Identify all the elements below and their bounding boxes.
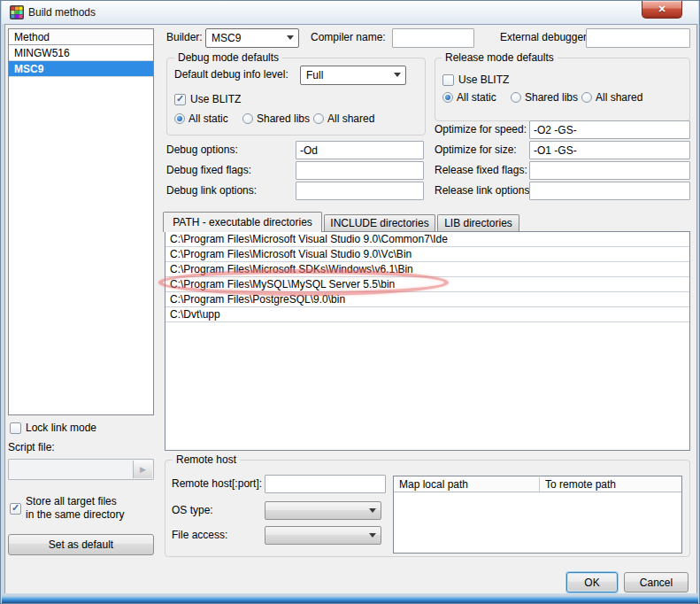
remote-host-group-title: Remote host	[173, 453, 240, 466]
ok-button[interactable]: OK	[566, 572, 618, 592]
debug-info-level-select[interactable]: Full	[300, 66, 406, 85]
script-file-input[interactable]: ▶	[8, 459, 154, 480]
release-group-title: Release mode defaults	[442, 51, 558, 64]
store-target-files-label-line2: in the same directory	[26, 508, 124, 522]
path-row[interactable]: C:\Program Files\Microsoft SDKs\Windows\…	[165, 262, 689, 277]
path-row[interactable]: C:\Program Files\PostgreSQL\9.0\bin	[165, 292, 689, 307]
debug-fixed-flags-label: Debug fixed flags:	[166, 161, 251, 180]
compiler-name-input[interactable]	[392, 28, 474, 48]
release-link-options-input[interactable]	[529, 182, 690, 200]
debug-info-level-label: Default debug info level:	[174, 66, 288, 84]
set-as-default-button[interactable]: Set as default	[8, 534, 154, 555]
release-all-static-radio[interactable]	[442, 92, 453, 103]
optimize-speed-label: Optimize for speed:	[435, 120, 527, 139]
os-type-select[interactable]	[265, 501, 381, 520]
path-row-mysql-highlighted[interactable]: C:\Program Files\MySQL\MySQL Server 5.5\…	[165, 277, 689, 292]
file-access-select[interactable]	[265, 526, 381, 545]
debug-all-shared-label: All shared	[327, 110, 374, 128]
method-item-msc9[interactable]: MSC9	[9, 61, 153, 77]
to-remote-path-header[interactable]: To remote path	[540, 476, 681, 492]
debug-info-level-value: Full	[306, 66, 323, 84]
builder-select[interactable]: MSC9	[205, 28, 299, 48]
window-title: Build methods	[28, 6, 96, 19]
external-debugger-label: External debugger:	[500, 28, 589, 47]
debug-all-shared-radio[interactable]	[313, 113, 324, 124]
map-local-path-header[interactable]: Map local path	[394, 476, 539, 492]
lock-link-mode-checkbox[interactable]	[10, 422, 21, 434]
file-access-label: File access:	[172, 526, 227, 545]
tab-include-directories[interactable]: INCLUDE directories	[324, 214, 435, 232]
browse-arrow-icon: ▶	[140, 465, 146, 474]
debug-link-options-input[interactable]	[296, 182, 424, 200]
check-icon: ✓	[176, 93, 184, 105]
release-shared-libs-radio[interactable]	[511, 92, 521, 103]
close-icon: ✕	[658, 4, 665, 14]
app-icon	[10, 5, 24, 19]
path-mapping-table: Map local path To remote path	[393, 476, 682, 554]
release-use-blitz-label: Use BLITZ	[458, 71, 509, 89]
debug-all-static-label: All static	[188, 110, 228, 128]
external-debugger-input[interactable]	[586, 28, 690, 48]
os-type-label: OS type:	[172, 501, 213, 520]
release-fixed-flags-label: Release fixed flags:	[435, 161, 527, 180]
cancel-button[interactable]: Cancel	[624, 572, 688, 592]
debug-options-input[interactable]	[296, 141, 424, 159]
check-icon: ✓	[12, 502, 19, 514]
close-button[interactable]: ✕	[642, 1, 682, 19]
lock-link-mode-label: Lock link mode	[26, 419, 96, 438]
release-fixed-flags-input[interactable]	[529, 161, 690, 180]
script-file-browse-button[interactable]: ▶	[133, 461, 152, 478]
builder-label: Builder:	[166, 28, 203, 47]
builder-value: MSC9	[212, 29, 241, 47]
store-target-files-label-line1: Store all target files	[26, 495, 117, 508]
path-row[interactable]: C:\Dvt\upp	[165, 307, 689, 322]
tab-lib-directories[interactable]: LIB directories	[437, 214, 519, 232]
method-item-mingw516[interactable]: MINGW516	[9, 45, 153, 61]
debug-fixed-flags-input[interactable]	[296, 161, 424, 180]
method-list-header: Method	[9, 29, 153, 45]
compiler-name-label: Compiler name:	[311, 28, 386, 47]
debug-link-options-label: Debug link options:	[166, 182, 257, 200]
release-all-shared-label: All shared	[596, 89, 642, 107]
path-row[interactable]: C:\Program Files\Microsoft Visual Studio…	[165, 232, 689, 247]
debug-group-title: Debug mode defaults	[174, 51, 282, 64]
window-bottom-edge	[2, 593, 698, 603]
method-list: Method MINGW516 MSC9	[8, 28, 154, 415]
debug-shared-libs-label: Shared libs	[257, 110, 310, 128]
release-shared-libs-label: Shared libs	[525, 89, 578, 107]
script-file-label: Script file:	[8, 438, 55, 457]
titlebar[interactable]: Build methods	[2, 1, 698, 24]
release-all-shared-radio[interactable]	[581, 92, 592, 103]
path-row[interactable]: C:\Program Files\Microsoft Visual Studio…	[165, 247, 689, 262]
debug-options-label: Debug options:	[166, 141, 238, 159]
debug-use-blitz-checkbox[interactable]: ✓	[174, 94, 186, 105]
dropdown-arrow-icon	[394, 73, 401, 77]
optimize-size-input[interactable]	[529, 141, 690, 159]
release-all-static-label: All static	[457, 89, 496, 107]
tab-path-directories[interactable]: PATH - executable directories	[163, 212, 322, 232]
debug-use-blitz-label: Use BLITZ	[190, 90, 241, 109]
release-use-blitz-checkbox[interactable]	[442, 74, 454, 86]
build-methods-dialog: Build methods ✕ Method MINGW516 MSC9 Bui…	[0, 0, 700, 604]
remote-host-port-label: Remote host[:port]:	[172, 475, 262, 493]
optimize-speed-input[interactable]	[529, 120, 690, 139]
remote-host-port-input[interactable]	[265, 475, 386, 493]
store-target-files-checkbox[interactable]: ✓	[10, 503, 21, 515]
path-mapping-table-header: Map local path To remote path	[394, 476, 681, 492]
dropdown-arrow-icon	[369, 533, 376, 538]
path-directory-list: C:\Program Files\Microsoft Visual Studio…	[165, 231, 690, 451]
debug-all-static-radio[interactable]	[174, 113, 185, 124]
dropdown-arrow-icon	[369, 508, 376, 513]
dropdown-arrow-icon	[287, 35, 294, 40]
release-link-options-label: Release link options:	[435, 182, 533, 200]
debug-shared-libs-radio[interactable]	[242, 113, 253, 124]
optimize-size-label: Optimize for size:	[435, 141, 517, 159]
